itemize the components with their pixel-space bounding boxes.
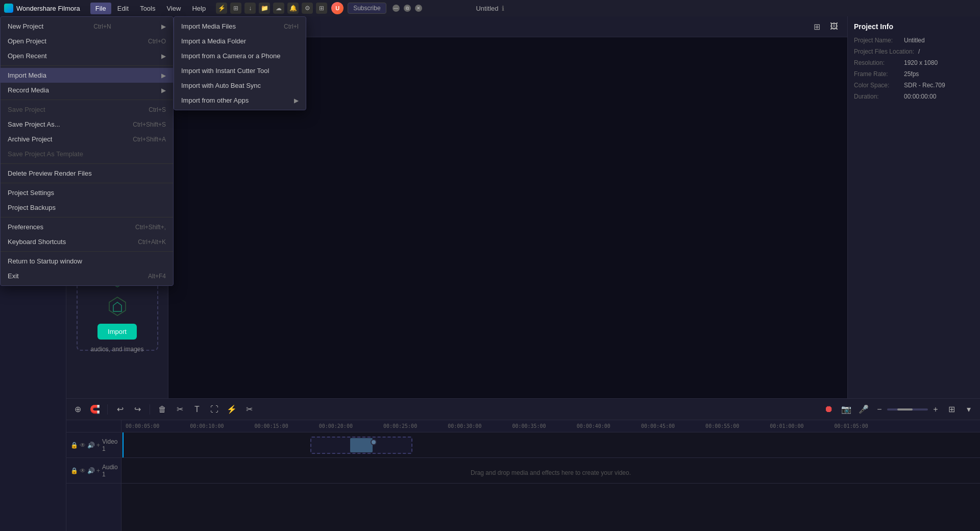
file-dropdown-menu: New Project Ctrl+N ▶ Open Project Ctrl+O… [0,16,174,286]
menu-project-backups[interactable]: Project Backups [1,200,173,215]
menu-return-startup[interactable]: Return to Startup window [1,254,173,269]
menu-open-project-shortcut: Ctrl+O [148,38,166,45]
header-icon-8[interactable]: ⊞ [316,3,327,14]
menu-keyboard-shortcuts-label: Keyboard Shortcuts [8,238,66,246]
menu-bar: File Edit Tools View Help [90,3,211,14]
timeline-tool-select[interactable]: ⊕ [70,402,85,417]
ruler-tick-7: 00:00:35:00 [512,423,546,429]
timeline-tool-delete[interactable]: 🗑 [155,402,169,417]
subscribe-button[interactable]: Subscribe [348,3,386,14]
menu-archive-project-shortcut: Ctrl+Shift+A [133,136,166,143]
header-icon-6[interactable]: 🔔 [287,3,299,14]
zoom-in-button[interactable]: + [930,404,941,415]
timeline-record-btn[interactable]: ⏺ [822,402,836,417]
timeline-tracks-scroll[interactable]: 00:00:05:00 00:00:10:00 00:00:15:00 00:0… [121,420,980,531]
timeline-tool-redo[interactable]: ↪ [130,402,144,417]
timeline-tool-crop[interactable]: ⛶ [207,402,222,417]
submenu-import-instant-cutter[interactable]: Import with Instant Cutter Tool [174,63,306,78]
menu-new-project[interactable]: New Project Ctrl+N ▶ [1,19,173,34]
import-button[interactable]: Import [97,324,137,340]
drop-hint: Drag and drop media and effects here to … [471,465,631,476]
video1-sound-icon[interactable]: 🔊 [87,442,95,449]
audio1-track: Drag and drop media and effects here to … [121,458,980,484]
header-icon-1[interactable]: ⚡ [216,3,227,14]
menu-preferences[interactable]: Preferences Ctrl+Shift+, [1,220,173,234]
submenu-import-files-label: Import Media Files [181,22,236,30]
menu-import-media[interactable]: Import Media ▶ [1,68,173,83]
header-icon-4[interactable]: 📁 [259,3,270,14]
video1-lock-icon[interactable]: 🔒 [70,442,78,449]
timeline-layout-btn[interactable]: ⊞ [944,402,959,417]
svg-marker-1 [109,297,126,316]
menu-tools[interactable]: Tools [135,3,160,14]
menu-save-project-label: Save Project [8,106,45,113]
timeline-camera-btn[interactable]: 📷 [839,402,853,417]
menu-edit[interactable]: Edit [112,3,134,14]
submenu-import-camera[interactable]: Import from a Camera or a Phone [174,49,306,63]
timeline-sep-2 [150,404,150,415]
info-icon[interactable]: ℹ [502,5,504,12]
menu-keyboard-shortcuts[interactable]: Keyboard Shortcuts Ctrl+Alt+K [1,234,173,249]
player-tool-image[interactable]: 🖼 [827,19,841,34]
titlebar: Wondershare Filmora File Edit Tools View… [0,0,980,16]
menu-open-project[interactable]: Open Project Ctrl+O [1,34,173,49]
timeline-tool-magnet[interactable]: 🧲 [88,402,102,417]
audio1-add-icon[interactable]: + [96,467,100,474]
info-row-resolution: Resolution: 1920 x 1080 [854,59,974,66]
user-avatar[interactable]: U [331,2,344,14]
timeline-settings-btn[interactable]: ▾ [962,402,976,417]
menu-delete-preview[interactable]: Delete Preview Render Files [1,166,173,181]
submenu-import-other-apps[interactable]: Import from other Apps ▶ [174,93,306,108]
audio1-sound-icon[interactable]: 🔊 [87,467,95,474]
menu-archive-project-label: Archive Project [8,135,52,143]
menu-view[interactable]: View [161,3,186,14]
menu-save-project-as[interactable]: Save Project As... Ctrl+Shift+S [1,117,173,132]
menu-return-startup-label: Return to Startup window [8,257,82,265]
menu-new-project-label: New Project [8,22,43,30]
submenu-import-camera-label: Import from a Camera or a Phone [181,52,280,60]
menu-project-backups-label: Project Backups [8,204,56,211]
app-name: Wondershare Filmora [16,5,80,12]
timeline-right-controls: ⏺ 📷 🎤 − + ⊞ ▾ [822,402,976,417]
menu-section-2: Import Media ▶ Record Media ▶ [1,65,173,100]
submenu-import-files[interactable]: Import Media Files Ctrl+I [174,19,306,34]
timeline-mic-btn[interactable]: 🎤 [856,402,871,417]
timeline-tool-cut[interactable]: ✂ [173,402,187,417]
video1-eye-icon[interactable]: 👁 [80,442,86,449]
menu-file[interactable]: File [90,3,111,14]
submenu-import-folder[interactable]: Import a Media Folder [174,34,306,49]
menu-save-project-shortcut: Ctrl+S [149,106,166,113]
menu-exit[interactable]: Exit Alt+F4 [1,269,173,283]
playhead [122,432,124,457]
menu-preferences-shortcut: Ctrl+Shift+, [135,224,166,231]
restore-button[interactable]: ⧉ [404,5,411,12]
menu-help[interactable]: Help [187,3,211,14]
minimize-button[interactable]: — [393,5,400,12]
video1-add-icon[interactable]: + [96,442,100,449]
timeline-tool-undo[interactable]: ↩ [113,402,127,417]
menu-open-recent[interactable]: Open Recent ▶ [1,49,173,63]
ruler-tick-6: 00:00:30:00 [448,423,481,429]
header-icon-2[interactable]: ⊞ [230,3,241,14]
timeline-tool-speed[interactable]: ⚡ [225,402,239,417]
zoom-out-button[interactable]: − [874,404,885,415]
menu-record-media[interactable]: Record Media ▶ [1,83,173,98]
close-button[interactable]: ✕ [415,5,422,12]
header-icon-3[interactable]: ↓ [244,3,256,14]
submenu-import-auto-beat[interactable]: Import with Auto Beat Sync [174,78,306,93]
timeline-tool-more[interactable]: ✂ [242,402,256,417]
timeline: ⊕ 🧲 ↩ ↪ 🗑 ✂ T ⛶ ⚡ ✂ ⏺ 📷 🎤 − + ⊞ ▾ [66,398,980,531]
timeline-track-area: 🔒 👁 🔊 + Video 1 🔒 👁 🔊 + Audio 1 00: [66,420,980,531]
menu-project-settings[interactable]: Project Settings [1,185,173,200]
header-icon-5[interactable]: ☁ [273,3,284,14]
timeline-sep-1 [107,404,108,415]
audio1-lock-icon[interactable]: 🔒 [70,467,78,474]
menu-archive-project[interactable]: Archive Project Ctrl+Shift+A [1,132,173,147]
header-icon-7[interactable]: ⚙ [302,3,313,14]
ruler-tick-12: 00:01:05:00 [835,423,868,429]
player-tool-grid[interactable]: ⊞ [810,19,824,34]
audio1-eye-icon[interactable]: 👁 [80,467,86,474]
player-toolbar-right: ⊞ 🖼 [810,19,841,34]
zoom-slider[interactable] [887,408,928,411]
timeline-tool-text[interactable]: T [190,402,204,417]
